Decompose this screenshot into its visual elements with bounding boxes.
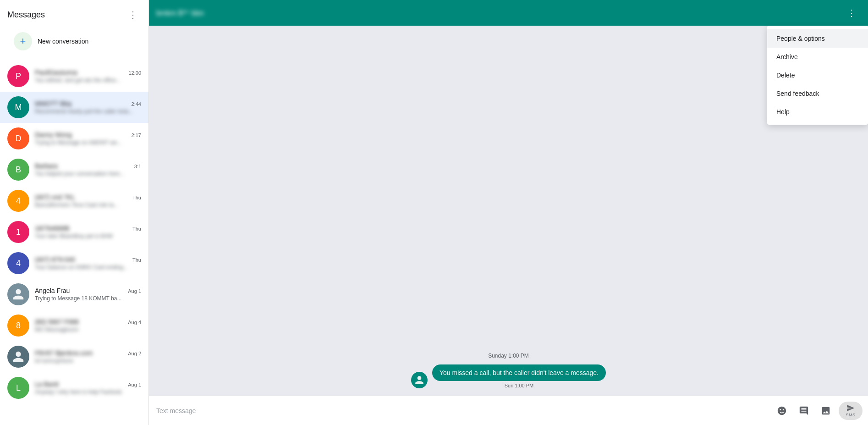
conv-preview: Your balance on KMKK Card ending... xyxy=(35,264,136,270)
main-content: bmkm B⁴⁺ bbn ⋮ Sunday 1:00 PM You missed… xyxy=(149,0,868,425)
topbar: bmkm B⁴⁺ bbn ⋮ xyxy=(149,0,868,26)
dropdown-menu: People & optionsArchiveDeleteSend feedba… xyxy=(767,26,868,125)
conv-time: Thu xyxy=(132,195,141,200)
conv-content: Angela Frau Aug 1 Trying to Message 18 K… xyxy=(35,287,141,302)
conv-name: (407) 879-040 xyxy=(35,256,75,263)
chat-bubble-row: You missed a call, but the caller didn't… xyxy=(411,364,606,388)
conv-top: Danny Wong 2:17 xyxy=(35,131,141,138)
conv-preview: You helped your conversation here... xyxy=(35,171,136,177)
conv-time: Aug 1 xyxy=(128,382,141,387)
conv-avatar: 8 xyxy=(7,315,29,337)
topbar-actions: ⋮ xyxy=(842,4,861,22)
conv-top: La Bantt Aug 1 xyxy=(35,381,141,388)
conv-time: 2:44 xyxy=(132,101,141,107)
conv-time: Aug 2 xyxy=(128,351,141,356)
chat-bubble: You missed a call, but the caller didn't… xyxy=(432,364,606,381)
conversation-item[interactable]: 8 (80) 5667 F988 Aug 4 MO Mesnagboom xyxy=(0,310,148,341)
conversation-item[interactable]: L La Bantt Aug 1 Anyway I why here is he… xyxy=(0,372,148,403)
conv-content: (80) 5667 F988 Aug 4 MO Mesnagboom xyxy=(35,318,141,333)
input-area: SMS xyxy=(149,396,868,425)
chat-avatar xyxy=(411,372,428,388)
conv-top: (407) 879-040 Thu xyxy=(35,256,141,263)
conv-name: Danny Wong xyxy=(35,131,72,138)
sidebar-title: Messages xyxy=(7,10,45,20)
topbar-contact-name: bmkm B⁴⁺ bbn xyxy=(156,9,204,17)
dropdown-item-people-options[interactable]: People & options xyxy=(767,29,868,48)
conv-top: PauliGautunna 12:00 xyxy=(35,69,141,76)
conversation-item[interactable]: D Danny Wong 2:17 Trying to Message on A… xyxy=(0,123,148,154)
conv-name: PauliGautunna xyxy=(35,69,77,76)
conv-avatar xyxy=(7,346,29,368)
conv-avatar: D xyxy=(7,127,29,149)
conv-content: 18/764688B Thu Your later Bbandboy pet i… xyxy=(35,225,141,239)
topbar-more-button[interactable]: ⋮ xyxy=(842,4,861,22)
message-input[interactable] xyxy=(154,403,769,418)
conversation-item[interactable]: Angela Frau Aug 1 Trying to Message 18 K… xyxy=(0,279,148,310)
sidebar-header: Messages ⋮ xyxy=(0,0,148,26)
conv-avatar xyxy=(7,283,29,305)
conversation-item[interactable]: 1 18/764688B Thu Your later Bbandboy pet… xyxy=(0,216,148,248)
conv-preview: Your later Bbandboy pet is BAM xyxy=(35,233,136,239)
chat-messages: Sunday 1:00 PM You missed a call, but th… xyxy=(149,345,868,396)
conv-name: MMOTT Bbq xyxy=(35,100,71,107)
conv-avatar: M xyxy=(7,96,29,118)
conv-top: Barbara 3:1 xyxy=(35,162,141,170)
conv-preview: Recommend nearly pull the caller bota... xyxy=(35,108,136,115)
sidebar: Messages ⋮ + New conversation P PauliGau… xyxy=(0,0,149,425)
conv-time: Thu xyxy=(132,257,141,263)
conv-time: 2:17 xyxy=(132,132,141,138)
conv-content: Danny Wong 2:17 Trying to Message on AMO… xyxy=(35,131,141,146)
conv-name: Angela Frau xyxy=(35,287,70,294)
conv-top: F8V67 Bjenkno.com Aug 2 xyxy=(35,349,141,357)
conv-name: 18/764688B xyxy=(35,225,70,232)
conv-preview: MO Mesnagboom xyxy=(35,326,136,333)
conversation-item[interactable]: F8V67 Bjenkno.com Aug 2 lol tumcupntuns xyxy=(0,341,148,372)
conv-avatar: 4 xyxy=(7,190,29,212)
sidebar-more-button[interactable]: ⋮ xyxy=(125,6,141,23)
conv-avatar: B xyxy=(7,159,29,181)
dropdown-item-send-feedback[interactable]: Send feedback xyxy=(767,84,868,103)
conv-top: 18/764688B Thu xyxy=(35,225,141,232)
conv-avatar: 4 xyxy=(7,252,29,274)
image-button[interactable] xyxy=(817,402,835,420)
conv-preview: You withed, and got ato the office... xyxy=(35,77,136,83)
conversation-list: P PauliGautunna 12:00 You withed, and go… xyxy=(0,61,148,425)
conv-top: (407) vnd 7KL Thu xyxy=(35,193,141,201)
conv-top: Angela Frau Aug 1 xyxy=(35,287,141,294)
conversation-item[interactable]: M MMOTT Bbq 2:44 Recommend nearly pull t… xyxy=(0,92,148,123)
conv-time: Thu xyxy=(132,226,141,232)
conversation-item[interactable]: B Barbara 3:1 You helped your conversati… xyxy=(0,154,148,185)
new-conversation-icon: + xyxy=(14,32,32,50)
new-conversation-button[interactable]: + New conversation xyxy=(7,28,141,55)
conv-preview: Anyway I why here is help Faciloots xyxy=(35,389,136,395)
conv-content: (407) vnd 7KL Thu Bancalformers Teva Caa… xyxy=(35,193,141,208)
dropdown-item-delete[interactable]: Delete xyxy=(767,66,868,84)
conv-content: Barbara 3:1 You helped your conversation… xyxy=(35,162,141,177)
conv-preview: Bancalformers Teva Caat rote ta... xyxy=(35,202,136,208)
conv-name: (80) 5667 F988 xyxy=(35,318,79,326)
sticker-button[interactable] xyxy=(795,402,813,420)
bubble-time: Sun 1:00 PM xyxy=(432,383,606,388)
conv-time: Aug 4 xyxy=(128,320,141,325)
conversation-item[interactable]: 4 (407) vnd 7KL Thu Bancalformers Teva C… xyxy=(0,185,148,216)
dropdown-item-help[interactable]: Help xyxy=(767,103,868,121)
conv-preview: lol tumcupntuns xyxy=(35,358,136,364)
conv-name: La Bantt xyxy=(35,381,59,388)
conv-content: (407) 879-040 Thu Your balance on KMKK C… xyxy=(35,256,141,270)
conv-time: Aug 1 xyxy=(128,288,141,294)
new-conversation-label: New conversation xyxy=(38,38,88,45)
conv-content: PauliGautunna 12:00 You withed, and got … xyxy=(35,69,141,83)
emoji-button[interactable] xyxy=(773,402,791,420)
conv-top: (80) 5667 F988 Aug 4 xyxy=(35,318,141,326)
send-button[interactable]: SMS xyxy=(839,402,863,420)
conv-avatar: L xyxy=(7,377,29,399)
conv-avatar: P xyxy=(7,65,29,87)
chat-timestamp: Sunday 1:00 PM xyxy=(488,353,529,359)
conv-name: (407) vnd 7KL xyxy=(35,193,75,201)
conv-avatar: 1 xyxy=(7,221,29,243)
conversation-item[interactable]: 4 (407) 879-040 Thu Your balance on KMKK… xyxy=(0,248,148,279)
dropdown-item-archive[interactable]: Archive xyxy=(767,48,868,66)
conversation-item[interactable]: P PauliGautunna 12:00 You withed, and go… xyxy=(0,61,148,92)
conv-name: F8V67 Bjenkno.com xyxy=(35,349,93,357)
conv-preview: Trying to Message on AMONT we... xyxy=(35,139,136,146)
